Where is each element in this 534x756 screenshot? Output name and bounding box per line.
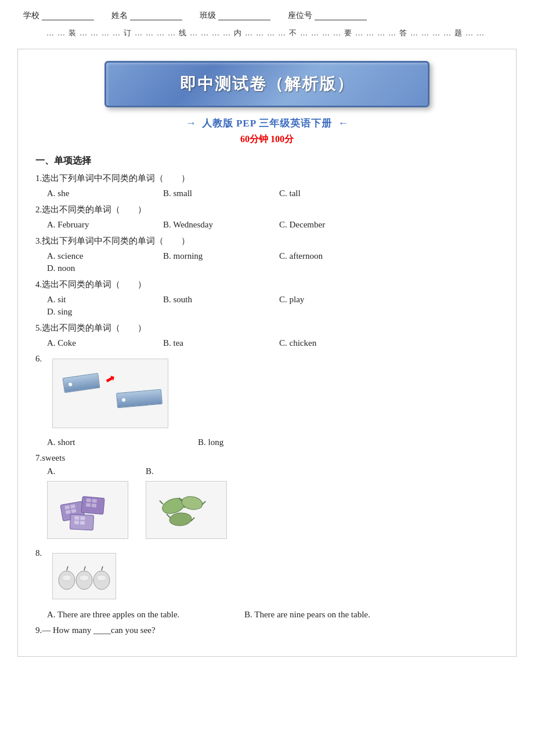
school-field: 学校 bbox=[23, 10, 94, 21]
section1-title: 一、单项选择 bbox=[35, 155, 499, 167]
subtitle-row: → 人教版 PEP 三年级英语下册 ← bbox=[35, 117, 499, 130]
q6-label: 6. bbox=[35, 354, 42, 364]
q7-text: 7.sweets bbox=[35, 453, 499, 463]
svg-line-26 bbox=[67, 566, 68, 570]
svg-rect-6 bbox=[86, 498, 91, 502]
right-arrow-icon: ← bbox=[338, 117, 348, 129]
title-banner-text: 即中测试卷（解析版） bbox=[180, 75, 354, 93]
subtitle-text: 人教版 PEP 三年级英语下册 bbox=[202, 117, 333, 130]
svg-rect-9 bbox=[92, 503, 96, 507]
q8-label: 8. bbox=[35, 548, 42, 558]
question-4: 4.选出不同类的单词（ ） A. sit B. south C. play D.… bbox=[35, 279, 499, 318]
q7-label-a: A. bbox=[47, 466, 128, 476]
school-label: 学校 bbox=[23, 10, 39, 21]
candy-a-svg bbox=[53, 486, 122, 535]
svg-rect-12 bbox=[80, 516, 85, 519]
q7-image-a-group: A. bbox=[47, 466, 128, 544]
q4-option-c: C. play bbox=[279, 294, 395, 306]
q8-option-b: B. There are nine pears on the table. bbox=[244, 609, 370, 621]
question-6: 6. ➡ A. short B. long bbox=[35, 354, 499, 448]
main-content: 即中测试卷（解析版） → 人教版 PEP 三年级英语下册 ← 60分钟 100分… bbox=[17, 49, 517, 657]
q5-option-b: B. tea bbox=[163, 337, 279, 349]
q6-options: A. short B. long bbox=[47, 436, 499, 448]
question-2: 2.选出不同类的单词（ ） A. February B. Wednesday C… bbox=[35, 204, 499, 231]
left-arrow-icon: → bbox=[186, 117, 196, 129]
apples-svg bbox=[55, 556, 113, 596]
candy-b-svg bbox=[151, 486, 221, 535]
q3-option-b: B. morning bbox=[163, 250, 279, 262]
q1-options: A. she B. small C. tall bbox=[47, 187, 499, 200]
q2-option-c: C. December bbox=[279, 219, 395, 231]
svg-point-25 bbox=[62, 575, 71, 581]
svg-rect-8 bbox=[86, 502, 91, 507]
question-7: 7.sweets A. bbox=[35, 453, 499, 544]
time-score: 60分钟 100分 bbox=[35, 133, 499, 146]
seat-label: 座位号 bbox=[288, 10, 312, 21]
class-underline bbox=[218, 11, 270, 20]
svg-rect-11 bbox=[74, 516, 79, 519]
q3-option-d: D. noon bbox=[47, 262, 163, 274]
question-8: 8. A. There bbox=[35, 548, 499, 621]
question-5: 5.选出不同类的单词（ ） A. Coke B. tea C. chicken bbox=[35, 323, 499, 349]
svg-line-16 bbox=[160, 501, 163, 504]
question-9: 9.— How many ____can you see? bbox=[35, 625, 499, 635]
q1-option-a: A. she bbox=[47, 187, 163, 200]
name-label: 姓名 bbox=[111, 10, 128, 21]
svg-point-28 bbox=[80, 575, 89, 581]
q5-option-c: C. chicken bbox=[279, 337, 395, 349]
q4-option-a: A. sit bbox=[47, 294, 163, 306]
q1-option-b: B. small bbox=[163, 187, 279, 200]
q2-option-b: B. Wednesday bbox=[163, 219, 279, 231]
question-3: 3.找出下列单词中不同类的单词（ ） A. science B. morning… bbox=[35, 236, 499, 274]
ruler-short-icon bbox=[63, 373, 100, 393]
q1-option-c: C. tall bbox=[279, 187, 395, 200]
svg-rect-14 bbox=[80, 520, 85, 524]
q8-option-a: A. There are three apples on the table. bbox=[47, 609, 244, 621]
q6-option-b: B. long bbox=[198, 436, 314, 448]
q5-option-a: A. Coke bbox=[47, 337, 163, 349]
q7-images: A. bbox=[47, 466, 499, 544]
q7-image-a bbox=[47, 481, 128, 539]
name-underline bbox=[130, 11, 182, 20]
q4-text: 4.选出不同类的单词（ ） bbox=[35, 279, 499, 290]
q8-image bbox=[52, 553, 116, 599]
q5-text: 5.选出不同类的单词（ ） bbox=[35, 323, 499, 334]
q4-option-b: B. south bbox=[163, 294, 279, 306]
q7-label-b: B. bbox=[146, 466, 227, 476]
q2-option-a: A. February bbox=[47, 219, 163, 231]
seat-field: 座位号 bbox=[288, 10, 367, 21]
dotted-divider: ……装…………订…………线…………内…………不…………要…………答…………题…… bbox=[0, 26, 534, 43]
q4-option-d: D. sing bbox=[47, 306, 163, 318]
q5-options: A. Coke B. tea C. chicken bbox=[47, 337, 499, 349]
svg-point-21 bbox=[169, 512, 192, 526]
name-field: 姓名 bbox=[111, 10, 182, 21]
q7-image-b bbox=[146, 481, 227, 539]
svg-line-32 bbox=[102, 566, 103, 570]
svg-line-29 bbox=[84, 566, 85, 570]
q3-options: A. science B. morning C. afternoon D. no… bbox=[47, 250, 499, 274]
q6-option-a: A. short bbox=[47, 436, 198, 448]
q1-text: 1.选出下列单词中不同类的单词（ ） bbox=[35, 173, 499, 184]
q8-options: A. There are three apples on the table. … bbox=[47, 609, 499, 621]
q3-text: 3.找出下列单词中不同类的单词（ ） bbox=[35, 236, 499, 247]
q2-options: A. February B. Wednesday C. December bbox=[47, 219, 499, 231]
title-banner: 即中测试卷（解析版） bbox=[104, 61, 430, 107]
class-field: 班级 bbox=[200, 10, 270, 21]
school-underline bbox=[42, 11, 94, 20]
question-1: 1.选出下列单词中不同类的单词（ ） A. she B. small C. ta… bbox=[35, 173, 499, 200]
svg-line-22 bbox=[167, 514, 170, 518]
q4-options: A. sit B. south C. play D. sing bbox=[47, 294, 499, 318]
seat-underline bbox=[315, 11, 367, 20]
q3-option-a: A. science bbox=[47, 250, 163, 262]
svg-rect-7 bbox=[92, 498, 96, 502]
q6-image: ➡ bbox=[52, 359, 168, 428]
q3-option-c: C. afternoon bbox=[279, 250, 395, 262]
header-form: 学校 姓名 班级 座位号 bbox=[0, 0, 534, 26]
arrow-red-icon: ➡ bbox=[102, 370, 118, 387]
q2-text: 2.选出不同类的单词（ ） bbox=[35, 204, 499, 215]
svg-point-18 bbox=[181, 495, 203, 511]
ruler-long-icon bbox=[116, 389, 163, 408]
q9-text: 9.— How many ____can you see? bbox=[35, 625, 499, 635]
q7-image-b-group: B. bbox=[146, 466, 227, 544]
svg-rect-13 bbox=[74, 520, 79, 524]
